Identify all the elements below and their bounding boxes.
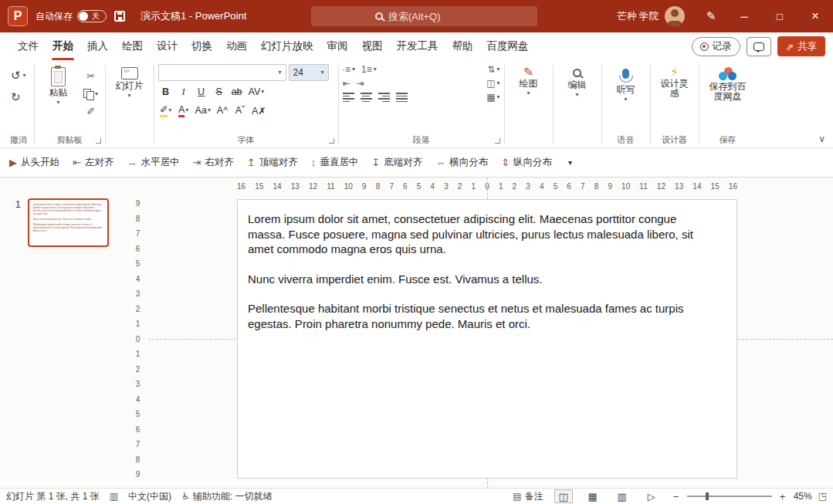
comments-button[interactable] xyxy=(747,37,771,56)
proofing-icon[interactable]: ▥ xyxy=(110,491,118,502)
slide-sorter-view-button[interactable]: ▦ xyxy=(584,489,602,503)
dialog-launcher-icon[interactable] xyxy=(329,138,334,144)
share-button[interactable]: ⇗ 共享 xyxy=(777,36,825,56)
ribbon-tab[interactable]: 切换 xyxy=(185,32,219,60)
quickbar-item[interactable]: ⇤ 左对齐 xyxy=(73,156,113,169)
undo-button[interactable]: ↺ ▾ xyxy=(7,67,30,84)
save-button[interactable] xyxy=(107,0,133,32)
record-button[interactable]: 记录 xyxy=(692,37,740,56)
chevron-down-icon: ▾ xyxy=(497,94,500,100)
save-to-baidu-button[interactable]: 保存到百度网盘 xyxy=(703,64,753,102)
dialog-launcher-icon[interactable] xyxy=(96,138,101,144)
new-slide-button[interactable]: 幻灯片 ▾ xyxy=(110,64,150,99)
zoom-in-button[interactable]: + xyxy=(778,491,787,502)
clear-formatting-button[interactable]: A✗ xyxy=(250,103,268,118)
quickbar-item[interactable]: ⇥ 右对齐 xyxy=(192,156,233,169)
scissors-icon: ✂ xyxy=(86,70,95,82)
language-indicator[interactable]: 中文(中国) xyxy=(128,490,171,503)
paste-button[interactable]: 粘贴 ▾ xyxy=(39,64,79,106)
copy-button[interactable]: ▾ xyxy=(81,86,101,101)
ribbon-tab[interactable]: 开始 xyxy=(46,32,80,60)
slideshow-button[interactable]: ▷ xyxy=(642,489,661,503)
italic-button[interactable]: I xyxy=(176,84,191,100)
decrease-indent-button[interactable]: ⇤ xyxy=(343,78,350,89)
quickbar-item[interactable]: ↕ 垂直居中 xyxy=(311,156,359,169)
quickbar-item[interactable]: ▶ 从头开始 xyxy=(9,156,59,169)
shrink-font-button[interactable]: Aˇ xyxy=(232,103,248,118)
convert-to-smartart-button[interactable]: ▦ ▾ xyxy=(486,92,499,103)
zoom-slider-thumb[interactable] xyxy=(706,492,709,500)
quickbar-item[interactable]: ↧ 底端对齐 xyxy=(371,156,422,169)
text-shadow-button[interactable]: ab xyxy=(229,84,245,100)
quickbar-item[interactable]: ⇔ 横向分布 xyxy=(435,156,488,169)
justify-button[interactable] xyxy=(396,93,408,102)
font-name-combo[interactable]: ▾ xyxy=(158,64,286,81)
zoom-out-button[interactable]: − xyxy=(672,491,681,502)
quickbar-item[interactable]: ⇕ 纵向分布 xyxy=(501,156,552,169)
collapse-ribbon-button[interactable]: ∨ xyxy=(818,134,825,144)
fit-to-window-icon[interactable]: ◳ xyxy=(818,491,827,502)
align-left-button[interactable] xyxy=(343,93,354,102)
ribbon-tab[interactable]: 审阅 xyxy=(320,32,355,60)
slide-paragraph: Pellentesque habitant morbi tristique se… xyxy=(248,301,714,331)
draw-button[interactable]: ✎ 绘图 ▾ xyxy=(509,64,549,96)
ribbon-tab[interactable]: 幻灯片放映 xyxy=(254,32,320,60)
close-button[interactable]: × xyxy=(797,0,833,32)
design-ideas-button[interactable]: ⚡ 设计灵感 xyxy=(655,64,695,99)
notes-button[interactable]: ▤ 备注 xyxy=(513,490,543,503)
slide-editing-surface[interactable]: Lorem ipsum dolor sit amet, consectetuer… xyxy=(237,199,737,479)
ribbon-separator xyxy=(553,65,554,144)
autosave-control[interactable]: 自动保存 关 xyxy=(36,10,107,23)
quickbar-item[interactable]: ↥ 顶端对齐 xyxy=(247,156,298,169)
align-right-button[interactable] xyxy=(378,93,390,102)
ribbon-tab[interactable]: 文件 xyxy=(11,32,46,60)
maximize-button[interactable]: □ xyxy=(762,0,797,32)
zoom-level[interactable]: 45% xyxy=(794,491,812,502)
search-input[interactable] xyxy=(388,11,473,22)
format-painter-button[interactable]: ✐ xyxy=(81,104,101,119)
normal-view-button[interactable]: ◫ xyxy=(554,489,573,503)
numbering-button[interactable]: 1≡ ▾ xyxy=(361,64,377,75)
quickbar-item[interactable]: ↔ 水平居中 xyxy=(127,156,179,169)
underline-button[interactable]: U xyxy=(194,84,209,100)
editing-button[interactable]: 编辑 ▾ xyxy=(557,64,598,98)
minimize-button[interactable]: ─ xyxy=(726,0,762,32)
columns-button[interactable]: ◫ ▾ xyxy=(486,78,499,89)
change-case-button[interactable]: Aa ▾ xyxy=(194,103,212,118)
line-spacing-button[interactable]: ⇅ ▾ xyxy=(488,64,500,75)
slide-text-box[interactable]: Lorem ipsum dolor sit amet, consectetuer… xyxy=(248,211,714,331)
ribbon-tab[interactable]: 设计 xyxy=(150,32,185,60)
strikethrough-button[interactable]: S xyxy=(212,84,227,100)
dictate-button[interactable]: 听写 ▾ xyxy=(606,64,646,103)
align-center-button[interactable] xyxy=(361,93,372,102)
slide-thumbnail[interactable]: Lorem ipsum dolor sit amet, consectetuer… xyxy=(28,198,109,247)
character-spacing-button[interactable]: AV ▾ xyxy=(247,84,266,100)
increase-indent-button[interactable]: ⇥ xyxy=(357,78,364,89)
grow-font-button[interactable]: A^ xyxy=(215,103,230,118)
quickbar-overflow-button[interactable]: ▾ xyxy=(568,158,572,167)
ribbon-tab[interactable]: 视图 xyxy=(355,32,390,60)
cut-button[interactable]: ✂ xyxy=(81,69,101,83)
highlight-color-button[interactable]: ✐ ▾ xyxy=(158,103,174,118)
ribbon-tab[interactable]: 插入 xyxy=(80,32,115,60)
ribbon-tab[interactable]: 帮助 xyxy=(445,32,480,60)
ribbon-tab[interactable]: 开发工具 xyxy=(390,32,445,60)
bold-button[interactable]: B xyxy=(158,84,174,100)
bullets-button[interactable]: ∙≡ ▾ xyxy=(343,64,355,75)
ribbon-tab[interactable]: 百度网盘 xyxy=(480,32,536,60)
ribbon-tab[interactable]: 绘图 xyxy=(115,32,150,60)
ink-pen-button[interactable]: ✎ xyxy=(696,0,726,32)
autosave-toggle[interactable]: 关 xyxy=(77,10,107,22)
reading-view-button[interactable]: ▥ xyxy=(613,489,632,503)
title-bar: P 自动保存 关 演示文稿1 - PowerPoint 芒种 学院 ✎ ─ □ … xyxy=(0,0,833,32)
search-box[interactable] xyxy=(310,5,538,27)
font-color-button[interactable]: A ▾ xyxy=(176,103,191,118)
ribbon-tab[interactable]: 动画 xyxy=(219,32,254,60)
dialog-launcher-icon[interactable] xyxy=(495,138,500,144)
account-button[interactable]: 芒种 学院 xyxy=(618,6,685,26)
zoom-slider[interactable] xyxy=(687,496,772,497)
accessibility-status[interactable]: ♿ 辅助功能: 一切就绪 xyxy=(181,490,272,503)
font-size-combo[interactable]: 24 ▾ xyxy=(289,64,329,81)
powerpoint-logo-icon[interactable]: P xyxy=(8,6,28,26)
redo-button[interactable]: ↻ xyxy=(7,89,30,106)
